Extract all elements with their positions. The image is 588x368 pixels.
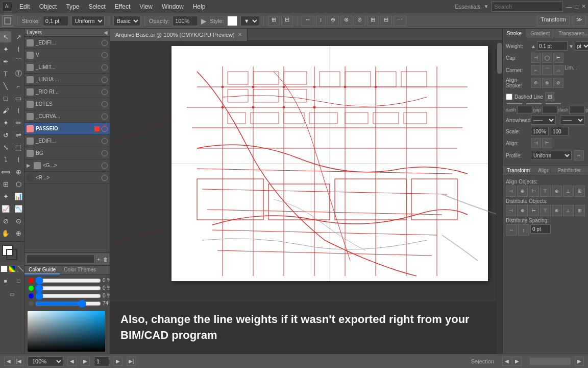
style-swatch[interactable]: [227, 16, 237, 26]
dash-input1[interactable]: [517, 106, 532, 114]
layer-target[interactable]: [102, 101, 108, 107]
profile-select[interactable]: Uniform: [531, 151, 572, 160]
layer-g[interactable]: ▶ <G...>: [24, 159, 110, 172]
magic-wand-tool[interactable]: ✦: [0, 43, 11, 55]
view-btn2[interactable]: ⊟: [281, 16, 293, 26]
curvature-tool[interactable]: ⌒: [13, 56, 24, 67]
weight-unit-select[interactable]: pt: [575, 41, 588, 51]
dist-center-v-btn[interactable]: ⊕: [552, 205, 562, 216]
layer-limit[interactable]: _LIMIT...: [24, 61, 110, 74]
corner-miter-btn[interactable]: ⌐: [531, 65, 541, 75]
layer-eye[interactable]: [27, 150, 34, 157]
add-layer-btn[interactable]: +: [96, 255, 101, 264]
align-center-v-btn[interactable]: ⊕: [552, 186, 562, 197]
touch-type-tool[interactable]: Ⓣ: [13, 68, 24, 79]
last-artboard-btn[interactable]: ▶|: [127, 357, 136, 366]
delete-layer-btn[interactable]: 🗑: [103, 255, 109, 264]
align-extra-btn[interactable]: ⊞: [575, 186, 585, 197]
layer-bg[interactable]: BG: [24, 147, 110, 159]
symbol-sprayer-tool[interactable]: ✦: [0, 191, 11, 202]
dist-spacing-h-btn[interactable]: ↔: [506, 224, 517, 236]
layer-eye[interactable]: [34, 162, 41, 169]
layer-eye[interactable]: [27, 125, 34, 132]
scale-input2[interactable]: [551, 127, 569, 136]
measure-tool[interactable]: ⊙: [13, 215, 24, 226]
layer-lotes[interactable]: LOTES: [24, 98, 110, 110]
layer-target[interactable]: [102, 40, 108, 46]
layer-eye[interactable]: [27, 113, 34, 120]
scrollbar-thumb[interactable]: [497, 43, 502, 74]
line-tool[interactable]: ╲: [0, 80, 11, 91]
menu-window[interactable]: Window: [158, 2, 188, 11]
zoom-tool[interactable]: ⊕: [13, 227, 24, 239]
layer-_edifi1[interactable]: _EDIFI...: [24, 37, 110, 49]
align2-btn1[interactable]: ⊣: [531, 138, 541, 148]
warp-btn[interactable]: ⋯: [394, 16, 406, 26]
warp-tool[interactable]: ⤵: [0, 154, 11, 165]
scale-input1[interactable]: [531, 127, 549, 136]
layer-edifi2[interactable]: _EDIFI...: [24, 135, 110, 147]
rect-tool[interactable]: □: [0, 93, 11, 104]
cap-round-btn[interactable]: ◯: [542, 53, 552, 63]
layer-search[interactable]: [27, 255, 94, 264]
layer-rio[interactable]: _RIO RI...: [24, 86, 110, 98]
dist-extra-btn[interactable]: ⊞: [575, 205, 585, 216]
layer-curva[interactable]: _CURVA...: [24, 110, 110, 123]
layer-passeio[interactable]: PASSEIO: [24, 123, 110, 135]
document-tab[interactable]: Arquivo Base.ai @ 100% (CMYK/GPU Preview…: [110, 29, 248, 41]
lasso-tool[interactable]: ⌇: [13, 43, 24, 55]
cap-butt-btn[interactable]: ⊣: [531, 53, 541, 63]
weight-down[interactable]: ▼: [569, 43, 574, 49]
g-slider[interactable]: [35, 286, 101, 291]
anchor-btn[interactable]: ⊗: [340, 16, 352, 26]
zoom-up-btn[interactable]: ▶: [81, 357, 90, 366]
weight-up[interactable]: ▲: [531, 43, 536, 49]
transform-btn2[interactable]: ↕: [316, 16, 326, 26]
arrange-btn[interactable]: ⊕: [327, 16, 339, 26]
menu-effect[interactable]: Effect: [111, 2, 134, 11]
stroke-style-select[interactable]: Basic: [113, 16, 140, 26]
hand-tool[interactable]: ✋: [0, 227, 11, 239]
layer-target[interactable]: [102, 163, 108, 169]
menu-view[interactable]: View: [135, 2, 157, 11]
layer-eye[interactable]: [27, 52, 34, 59]
opacity-arrow[interactable]: ▶: [201, 17, 207, 25]
arc-tool[interactable]: ⌐: [13, 80, 24, 91]
stroke-value-input[interactable]: [43, 16, 68, 26]
paintbrush-tool[interactable]: 🖌: [0, 105, 11, 116]
layer-target[interactable]: [102, 175, 108, 181]
menu-type[interactable]: Type: [62, 2, 83, 11]
draw-mode-normal[interactable]: ■: [0, 275, 11, 286]
expand-btn[interactable]: ▶: [575, 357, 584, 366]
column-graph-tool[interactable]: 📈: [0, 203, 11, 214]
style-select[interactable]: ▼: [240, 16, 259, 26]
width-tool[interactable]: ⟺: [0, 166, 11, 177]
dist-top-btn[interactable]: ⊤: [540, 205, 550, 216]
menu-edit[interactable]: Edit: [15, 2, 34, 11]
canvas-viewport[interactable]: Also, change the line weights if it wasn…: [110, 41, 502, 354]
layer-eye[interactable]: [27, 88, 34, 96]
menu-help[interactable]: Help: [189, 2, 210, 11]
reflect-tool[interactable]: ⇌: [13, 129, 24, 141]
layer-linha[interactable]: _LINHA ...: [24, 74, 110, 86]
corner-bevel-btn[interactable]: ⌓: [553, 65, 564, 75]
layer-target[interactable]: [102, 77, 108, 83]
cap-square-btn[interactable]: ⊢: [553, 53, 564, 63]
selection-tool[interactable]: ↖: [0, 31, 11, 42]
dash-input2[interactable]: [569, 106, 584, 114]
bar-graph-tool[interactable]: 📉: [13, 203, 24, 214]
gap-input1[interactable]: [542, 106, 557, 114]
dist-center-h-btn[interactable]: ⊕: [517, 205, 527, 216]
window-maximize[interactable]: □: [575, 4, 578, 10]
graph-tool[interactable]: 📊: [13, 191, 24, 202]
b-slider[interactable]: [35, 293, 101, 298]
layer-v[interactable]: V: [24, 49, 110, 61]
color-themes-tab[interactable]: Color Themes: [60, 266, 100, 274]
align-sub-tab[interactable]: Align: [534, 166, 553, 175]
align-right-btn[interactable]: ⊢: [529, 186, 539, 197]
more-btn[interactable]: ≫: [573, 16, 586, 26]
layer-target[interactable]: [102, 113, 108, 120]
pencil-tool[interactable]: ✏: [13, 117, 24, 128]
layer-r[interactable]: <R...>: [24, 172, 110, 184]
arrowhead-start-select[interactable]: ——: [531, 116, 556, 125]
